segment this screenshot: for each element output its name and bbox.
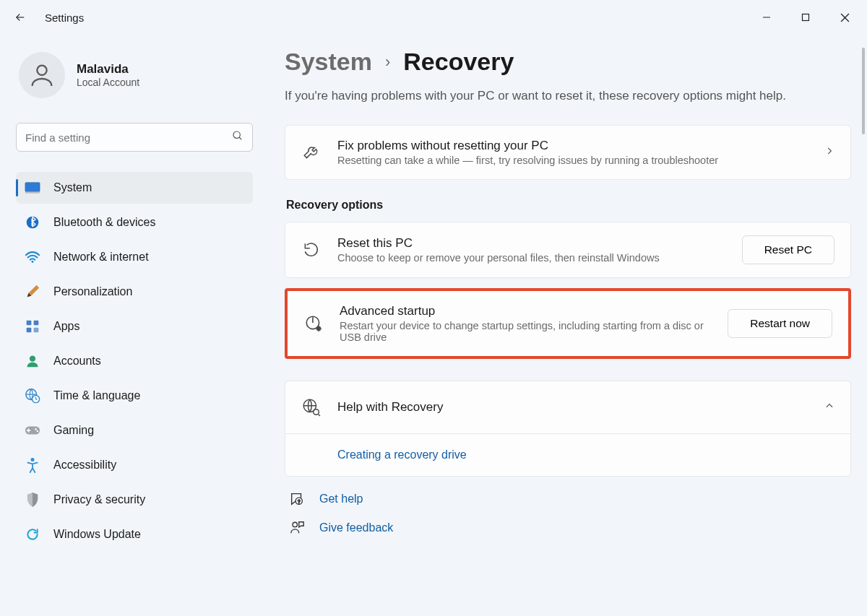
svg-text:?: ? bbox=[298, 499, 301, 504]
reset-pc-button[interactable]: Reset PC bbox=[742, 235, 834, 264]
chevron-right-icon: › bbox=[385, 53, 390, 71]
person-icon bbox=[25, 353, 40, 369]
sidebar-item-apps[interactable]: Apps bbox=[16, 311, 253, 342]
wifi-icon bbox=[25, 249, 40, 265]
user-subtitle: Local Account bbox=[77, 77, 139, 88]
sidebar-item-system[interactable]: System bbox=[16, 172, 253, 204]
power-gear-icon bbox=[303, 313, 324, 334]
breadcrumb-parent[interactable]: System bbox=[285, 48, 372, 76]
system-icon bbox=[25, 180, 40, 196]
svg-point-10 bbox=[32, 261, 34, 263]
svg-line-6 bbox=[239, 137, 241, 139]
sidebar-item-label: System bbox=[53, 181, 92, 194]
give-feedback-row[interactable]: Give feedback bbox=[289, 520, 851, 536]
globe-search-icon bbox=[301, 397, 322, 417]
svg-point-25 bbox=[314, 409, 319, 415]
breadcrumb-current: Recovery bbox=[403, 48, 514, 76]
svg-rect-1 bbox=[803, 14, 809, 21]
card-subtitle: Restart your device to change startup se… bbox=[340, 320, 712, 343]
help-icon: ? bbox=[289, 491, 305, 507]
svg-point-21 bbox=[31, 458, 35, 461]
sidebar-item-accessibility[interactable]: Accessibility bbox=[16, 449, 253, 481]
apps-icon bbox=[25, 318, 40, 334]
maximize-button[interactable] bbox=[789, 6, 822, 29]
avatar bbox=[19, 52, 65, 98]
get-help-row[interactable]: ? Get help bbox=[289, 491, 851, 507]
gamepad-icon bbox=[25, 422, 40, 438]
sidebar-item-label: Personalization bbox=[53, 285, 132, 298]
svg-rect-14 bbox=[34, 328, 39, 333]
window-controls bbox=[750, 6, 861, 29]
svg-point-28 bbox=[293, 522, 297, 526]
card-title: Help with Recovery bbox=[337, 400, 443, 415]
chevron-right-icon bbox=[824, 146, 834, 159]
svg-rect-12 bbox=[34, 321, 39, 326]
wrench-icon bbox=[301, 142, 322, 162]
sidebar-item-label: Gaming bbox=[53, 424, 94, 437]
sidebar-item-label: Windows Update bbox=[53, 528, 141, 541]
sidebar-item-network[interactable]: Network & internet bbox=[16, 241, 253, 273]
card-title: Advanced startup bbox=[340, 304, 712, 318]
reset-pc-card: Reset this PC Choose to keep or remove y… bbox=[285, 222, 851, 278]
card-title: Fix problems without resetting your PC bbox=[337, 139, 808, 153]
svg-rect-13 bbox=[27, 328, 32, 333]
sidebar-item-bluetooth[interactable]: Bluetooth & devices bbox=[16, 207, 253, 238]
bluetooth-icon bbox=[25, 214, 40, 230]
give-feedback-link[interactable]: Give feedback bbox=[319, 521, 393, 534]
user-profile[interactable]: Malavida Local Account bbox=[16, 48, 253, 116]
recovery-drive-link[interactable]: Creating a recovery drive bbox=[337, 448, 467, 461]
app-title: Settings bbox=[45, 12, 84, 24]
sidebar-item-personalization[interactable]: Personalization bbox=[16, 276, 253, 308]
sidebar-item-label: Accounts bbox=[53, 355, 101, 368]
sidebar-item-privacy[interactable]: Privacy & security bbox=[16, 484, 253, 516]
advanced-startup-highlight: Advanced startup Restart your device to … bbox=[285, 288, 851, 359]
sidebar: Malavida Local Account System Bluetooth … bbox=[16, 35, 260, 550]
nav: System Bluetooth & devices Network & int… bbox=[16, 172, 253, 550]
user-name: Malavida bbox=[77, 62, 139, 77]
fix-problems-card[interactable]: Fix problems without resetting your PC R… bbox=[285, 125, 851, 180]
main-content: System › Recovery If you're having probl… bbox=[260, 35, 858, 550]
accessibility-icon bbox=[25, 457, 40, 473]
sidebar-item-label: Apps bbox=[53, 320, 79, 333]
sidebar-item-accounts[interactable]: Accounts bbox=[16, 345, 253, 377]
sidebar-item-label: Privacy & security bbox=[53, 493, 145, 506]
chevron-up-icon bbox=[824, 401, 834, 414]
svg-rect-8 bbox=[25, 192, 40, 194]
restart-now-button[interactable]: Restart now bbox=[728, 309, 832, 338]
shield-icon bbox=[25, 492, 40, 508]
card-subtitle: Choose to keep or remove your personal f… bbox=[337, 252, 726, 264]
get-help-link[interactable]: Get help bbox=[319, 493, 363, 506]
svg-rect-7 bbox=[25, 183, 40, 192]
svg-rect-11 bbox=[27, 321, 32, 326]
help-body: Creating a recovery drive bbox=[285, 433, 850, 476]
intro-text: If you're having problems with your PC o… bbox=[285, 89, 851, 103]
back-button[interactable] bbox=[6, 3, 35, 32]
sidebar-item-update[interactable]: Windows Update bbox=[16, 519, 253, 550]
card-title: Reset this PC bbox=[337, 236, 726, 251]
search-box[interactable] bbox=[16, 123, 253, 152]
svg-point-15 bbox=[30, 356, 35, 362]
help-card: Help with Recovery Creating a recovery d… bbox=[285, 381, 851, 477]
sidebar-item-time[interactable]: Time & language bbox=[16, 380, 253, 412]
search-icon bbox=[232, 130, 243, 144]
sidebar-item-label: Time & language bbox=[53, 389, 140, 402]
minimize-button[interactable] bbox=[750, 6, 783, 29]
sidebar-item-label: Accessibility bbox=[53, 459, 116, 472]
svg-point-20 bbox=[37, 430, 39, 433]
sidebar-item-gaming[interactable]: Gaming bbox=[16, 415, 253, 446]
sidebar-item-label: Network & internet bbox=[53, 251, 149, 264]
section-header: Recovery options bbox=[286, 199, 851, 212]
card-subtitle: Resetting can take a while — first, try … bbox=[337, 155, 808, 166]
svg-point-19 bbox=[35, 428, 37, 430]
scrollbar[interactable] bbox=[862, 48, 865, 134]
svg-point-5 bbox=[233, 131, 240, 138]
brush-icon bbox=[25, 284, 40, 300]
sidebar-item-label: Bluetooth & devices bbox=[53, 216, 155, 229]
close-button[interactable] bbox=[828, 6, 861, 29]
feedback-icon bbox=[289, 520, 305, 536]
breadcrumb: System › Recovery bbox=[285, 48, 851, 76]
footer-links: ? Get help Give feedback bbox=[285, 491, 851, 536]
help-header[interactable]: Help with Recovery bbox=[285, 381, 850, 433]
update-icon bbox=[25, 526, 40, 542]
search-input[interactable] bbox=[25, 131, 232, 144]
